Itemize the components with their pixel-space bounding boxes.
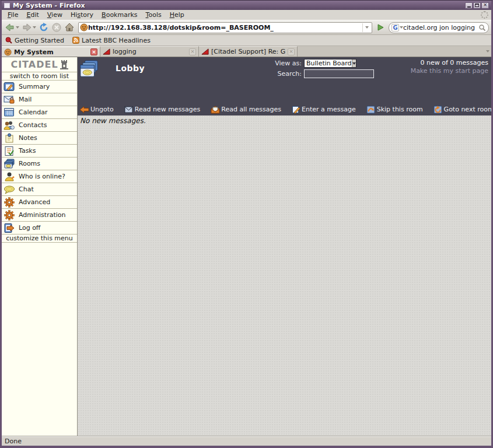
sidebar-item-label: Administration xyxy=(19,211,66,219)
toolbar-button-label: Read new messages xyxy=(135,106,201,113)
tab-close-icon[interactable]: × xyxy=(288,48,295,55)
window-title: My System - Firefox xyxy=(13,2,85,9)
tab-my-system[interactable]: My System × xyxy=(2,46,100,57)
citadel-tower-icon xyxy=(60,60,68,70)
switch-room-list-link[interactable]: switch to room list xyxy=(2,72,77,80)
menu-history[interactable]: History xyxy=(67,10,97,19)
message-count: 0 new of 0 messages xyxy=(411,59,488,67)
sidebar-item-label: Notes xyxy=(19,134,37,142)
sidebar-item-advanced[interactable]: Advanced xyxy=(2,196,77,209)
back-button[interactable] xyxy=(4,22,20,33)
stop-icon xyxy=(51,22,62,33)
room-search-input[interactable] xyxy=(304,69,374,78)
sidebar-item-label: Chat xyxy=(19,186,34,193)
goto-next-icon xyxy=(433,105,443,114)
bookmark-label: Latest BBC Headlines xyxy=(82,37,151,44)
tab-list-dropdown[interactable] xyxy=(483,50,491,52)
skip-room-icon xyxy=(366,105,376,114)
sidebar-item-calendar[interactable]: Calendar xyxy=(2,106,77,119)
notes-icon xyxy=(4,133,15,144)
urlbar xyxy=(78,22,372,33)
maximize-button[interactable] xyxy=(473,2,481,9)
url-dropdown-button[interactable] xyxy=(362,23,370,32)
skip-room-button[interactable]: Skip this room xyxy=(366,105,423,114)
sidebar-item-label: Summary xyxy=(19,83,50,90)
google-icon[interactable]: G xyxy=(391,24,399,32)
sidebar-item-label: Advanced xyxy=(19,198,50,206)
room-toolbar: Ungoto Read new messages xyxy=(78,105,491,114)
throbber-icon xyxy=(481,11,488,19)
menu-tools[interactable]: Tools xyxy=(142,10,166,19)
empty-message: No new messages. xyxy=(80,117,146,125)
read-new-icon xyxy=(124,106,134,114)
logoff-icon xyxy=(4,223,15,233)
view-as-label: View as: xyxy=(265,60,302,67)
ungoto-button[interactable]: Ungoto xyxy=(79,105,114,114)
sidebar-item-tasks[interactable]: Tasks xyxy=(2,145,77,158)
tab-logging[interactable]: logging × xyxy=(100,46,199,57)
view-as-select[interactable]: Bulletin Board xyxy=(304,59,356,68)
goto-next-room-button[interactable]: Goto next room xyxy=(433,105,493,114)
home-button[interactable] xyxy=(64,22,75,33)
window-menu-icon[interactable] xyxy=(4,3,10,8)
go-button[interactable] xyxy=(375,22,386,33)
tab-citadel-support[interactable]: [Citadel Support] Re: Gettin... × xyxy=(199,46,298,57)
tab-bar: My System × logging × [Citadel Support] … xyxy=(2,46,491,57)
sidebar-item-mail[interactable]: Mail xyxy=(2,93,77,106)
who-online-icon xyxy=(4,172,15,182)
menu-help[interactable]: Help xyxy=(166,10,188,19)
customize-menu-link[interactable]: customize this menu xyxy=(2,235,77,243)
mail-icon xyxy=(4,94,15,104)
red-triangle-favicon xyxy=(201,48,209,55)
bookmark-getting-started[interactable]: Getting Started xyxy=(5,37,64,44)
start-page-link[interactable]: Make this my start page xyxy=(411,67,488,75)
reload-button[interactable] xyxy=(38,22,50,33)
sidebar-item-contacts[interactable]: Contacts xyxy=(2,119,77,132)
citadel-logo[interactable]: CITADEL xyxy=(2,57,77,72)
enter-message-button[interactable]: Enter a message xyxy=(292,105,356,114)
rooms-stack-icon xyxy=(79,60,99,79)
bookmark-label: Getting Started xyxy=(15,37,64,44)
enter-message-icon xyxy=(292,105,300,114)
red-triangle-favicon xyxy=(103,48,110,55)
read-new-messages-button[interactable]: Read new messages xyxy=(124,105,201,114)
sidebar-item-label: Tasks xyxy=(19,147,36,155)
forward-button[interactable] xyxy=(21,22,37,33)
sidebar-item-label: Rooms xyxy=(19,160,40,167)
window-controls: ✕ xyxy=(465,2,489,9)
bookmark-bbc-headlines[interactable]: Latest BBC Headlines xyxy=(72,37,151,44)
close-button[interactable]: ✕ xyxy=(481,2,489,9)
minimize-button[interactable] xyxy=(465,2,473,9)
menu-view[interactable]: View xyxy=(43,10,67,19)
sidebar-item-rooms[interactable]: Rooms xyxy=(2,158,77,170)
status-text: Done xyxy=(5,438,22,445)
magnifier-icon[interactable] xyxy=(478,24,486,32)
room-banner: Lobby View as: Bulletin Board Search: 0 … xyxy=(78,57,491,116)
web-search-input[interactable] xyxy=(403,24,478,32)
toolbar-button-label: Goto next room xyxy=(444,106,493,113)
tab-label: [Citadel Support] Re: Gettin... xyxy=(211,48,285,55)
tab-close-icon[interactable]: × xyxy=(189,48,196,55)
menu-file[interactable]: File xyxy=(4,10,22,19)
sidebar-item-label: Mail xyxy=(19,96,32,103)
go-icon xyxy=(376,23,384,32)
back-icon xyxy=(5,22,15,33)
read-all-messages-button[interactable]: Read all messages xyxy=(211,105,281,114)
sidebar-item-chat[interactable]: Chat xyxy=(2,183,77,196)
chat-icon xyxy=(4,185,15,194)
main-area: CITADEL switch to room list Summary xyxy=(2,57,491,436)
sidebar-item-who-online[interactable]: Who is online? xyxy=(2,170,77,183)
sidebar-item-notes[interactable]: Notes xyxy=(2,132,77,145)
sidebar-item-logoff[interactable]: Log off xyxy=(2,222,77,235)
sidebar-item-summary[interactable]: Summary xyxy=(2,80,77,93)
bookmarks-toolbar: Getting Started Latest BBC Headlines xyxy=(2,35,491,46)
tab-close-icon[interactable]: × xyxy=(90,48,97,55)
search-engine-bar: G xyxy=(389,22,489,33)
menu-edit[interactable]: Edit xyxy=(22,10,43,19)
stop-button[interactable] xyxy=(51,22,62,33)
chevron-down-icon[interactable] xyxy=(352,60,356,67)
sidebar-item-administration[interactable]: Administration xyxy=(2,209,77,222)
menu-bookmarks[interactable]: Bookmarks xyxy=(97,10,142,19)
room-search-label: Search: xyxy=(265,70,302,78)
url-input[interactable] xyxy=(88,24,362,32)
